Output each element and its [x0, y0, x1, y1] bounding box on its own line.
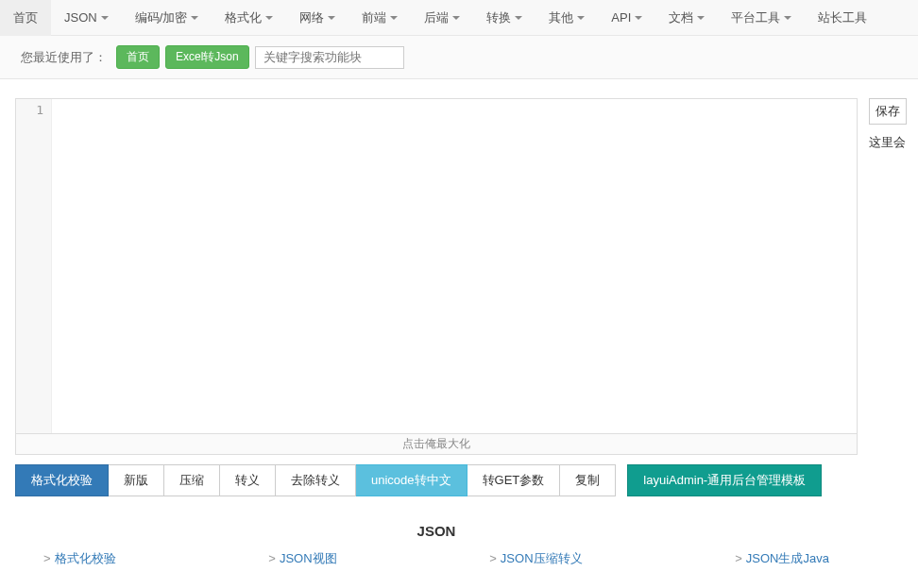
format-check-button[interactable]: 格式化校验 — [15, 464, 109, 496]
nav-convert[interactable]: 转换 — [473, 0, 536, 36]
right-sidebar: 保存 这里会 — [869, 98, 903, 567]
chevron-down-icon — [390, 16, 398, 20]
nav-docs[interactable]: 文档 — [655, 0, 718, 36]
link-json-compress[interactable]: >JSON压缩转义 — [489, 550, 582, 567]
get-params-button[interactable]: 转GET参数 — [468, 464, 561, 496]
unescape-button[interactable]: 去除转义 — [276, 464, 356, 496]
copy-button[interactable]: 复制 — [560, 464, 616, 496]
links-row: >格式化校验 >JSON视图 >JSON压缩转义 >JSON生成Java — [15, 550, 858, 567]
section-title: JSON — [15, 523, 858, 539]
nav-api[interactable]: API — [598, 1, 655, 34]
maximize-button[interactable]: 点击俺最大化 — [15, 434, 858, 455]
chevron-down-icon — [191, 16, 198, 20]
nav-backend[interactable]: 后端 — [411, 0, 473, 36]
nav-other[interactable]: 其他 — [536, 0, 598, 36]
chevron-down-icon — [635, 16, 642, 20]
chevron-down-icon — [101, 16, 109, 20]
layui-admin-button[interactable]: layuiAdmin-通用后台管理模板 — [627, 464, 822, 496]
link-format-check[interactable]: >格式化校验 — [43, 550, 116, 567]
new-version-button[interactable]: 新版 — [109, 464, 164, 496]
save-button[interactable]: 保存 — [869, 98, 907, 125]
nav-home[interactable]: 首页 — [0, 0, 51, 36]
nav-frontend[interactable]: 前端 — [348, 0, 411, 36]
chevron-down-icon — [265, 16, 273, 20]
chevron-down-icon — [784, 16, 791, 20]
top-navbar: 首页 JSON 编码/加密 格式化 网络 前端 后端 转换 其他 API 文档 … — [0, 0, 918, 36]
nav-webmaster[interactable]: 站长工具 — [805, 0, 880, 36]
editor-column: 1 点击俺最大化 格式化校验 新版 压缩 转义 去除转义 unicode转中文 … — [15, 98, 858, 567]
nav-json[interactable]: JSON — [51, 1, 122, 34]
nav-encode[interactable]: 编码/加密 — [122, 0, 212, 36]
link-json-view[interactable]: >JSON视图 — [268, 550, 336, 567]
chevron-down-icon — [328, 16, 335, 20]
main-area: 1 点击俺最大化 格式化校验 新版 压缩 转义 去除转义 unicode转中文 … — [0, 79, 918, 567]
link-json-java[interactable]: >JSON生成Java — [735, 550, 829, 567]
chevron-right-icon: > — [268, 551, 276, 565]
chevron-right-icon: > — [489, 551, 497, 565]
recent-tag-home[interactable]: 首页 — [116, 45, 160, 69]
escape-button[interactable]: 转义 — [220, 464, 276, 496]
chevron-down-icon — [452, 16, 460, 20]
compress-button[interactable]: 压缩 — [164, 464, 220, 496]
chevron-right-icon: > — [43, 551, 51, 565]
recent-bar: 您最近使用了： 首页 Excel转Json — [0, 36, 918, 79]
chevron-down-icon — [697, 16, 705, 20]
chevron-down-icon — [515, 16, 522, 20]
editor-textarea[interactable] — [52, 99, 857, 433]
line-number: 1 — [16, 103, 43, 117]
right-hint-text: 这里会 — [869, 134, 903, 151]
unicode-button[interactable]: unicode转中文 — [356, 464, 468, 496]
code-editor[interactable]: 1 — [15, 98, 858, 434]
editor-gutter: 1 — [16, 99, 52, 433]
nav-platform[interactable]: 平台工具 — [718, 0, 805, 36]
nav-format[interactable]: 格式化 — [212, 0, 286, 36]
search-input[interactable] — [255, 46, 404, 69]
chevron-down-icon — [577, 16, 585, 20]
recent-tag-excel[interactable]: Excel转Json — [165, 45, 249, 69]
nav-network[interactable]: 网络 — [286, 0, 348, 36]
action-button-row: 格式化校验 新版 压缩 转义 去除转义 unicode转中文 转GET参数 复制… — [15, 464, 858, 496]
chevron-right-icon: > — [735, 551, 742, 565]
recent-label: 您最近使用了： — [21, 49, 107, 66]
